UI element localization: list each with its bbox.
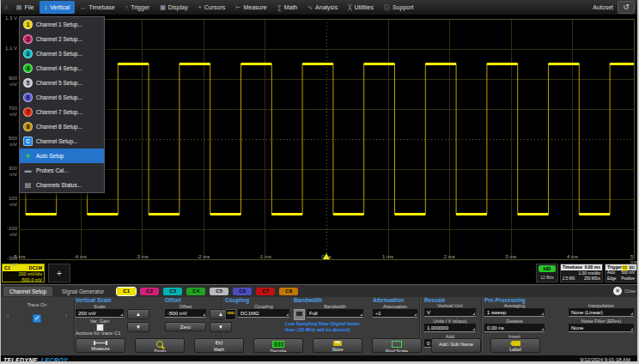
attenuation-field[interactable]: ÷1 bbox=[373, 309, 417, 318]
x-axis-label: 2 ms bbox=[444, 254, 455, 259]
dropdown-item-channel-1-setup[interactable]: 1Channel 1 Setup... bbox=[20, 17, 104, 32]
trigger-slope: Positive bbox=[621, 276, 635, 282]
dropdown-item-channel-5-setup[interactable]: 5Channel 5 Setup... bbox=[20, 76, 104, 90]
dropdown-item-channel-6-setup[interactable]: 6Channel 6 Setup... bbox=[20, 90, 104, 105]
rescale-header: Rescale bbox=[424, 297, 478, 303]
deskew-field[interactable]: 0.00 ns bbox=[484, 324, 545, 332]
trace-on-label: Trace On bbox=[0, 302, 74, 307]
action-button-label[interactable]: Label bbox=[490, 338, 540, 353]
action-button-math[interactable]: f(x)Math bbox=[194, 338, 244, 353]
channel-badge-6: 6 bbox=[23, 93, 33, 102]
menu-utilities[interactable]: ╳Utilities bbox=[343, 1, 379, 14]
trace-on-checkbox[interactable] bbox=[33, 314, 41, 323]
channel-button-c1[interactable]: C1 bbox=[117, 288, 136, 295]
dropdown-item-label: Channel 3 Setup... bbox=[36, 51, 82, 57]
display-icon: ▦ bbox=[160, 4, 166, 10]
menu-cursors[interactable]: +Cursors bbox=[193, 1, 231, 14]
dropdown-item-channel-2-setup[interactable]: 2Channel 2 Setup... bbox=[20, 32, 104, 46]
scale-up-button[interactable]: ▲ bbox=[127, 309, 149, 319]
attenuation-header: Attenuation bbox=[373, 297, 419, 303]
channel-button-c8[interactable]: C8 bbox=[279, 288, 298, 295]
timebase-header: Timebase 0.00 ms bbox=[561, 264, 602, 270]
dropdown-item-channel-setup[interactable]: CChannel Setup... bbox=[20, 134, 104, 149]
undo-autoset-button[interactable]: ↺ bbox=[618, 1, 635, 14]
dropdown-item-channel-4-setup[interactable]: 4Channel 4 Setup... bbox=[20, 61, 104, 76]
action-button-add-edit-name[interactable]: Add / Edit Name bbox=[431, 338, 481, 353]
field-corner-icon bbox=[541, 328, 544, 331]
menu-item-label: Trigger bbox=[131, 4, 149, 10]
dropdown-item-channel-7-setup[interactable]: 7Channel 7 Setup... bbox=[20, 105, 104, 119]
field-corner-icon bbox=[360, 313, 362, 316]
x-axis-label: -4 ms bbox=[74, 254, 87, 259]
offset-down-button[interactable]: ▼ bbox=[210, 322, 232, 332]
vertical-unit-field[interactable]: V bbox=[424, 308, 476, 317]
menu-display[interactable]: ▦Display bbox=[155, 1, 193, 14]
timebase-descriptor[interactable]: Timebase 0.00 ms 1.00 ms/div 2.5 MS 250 … bbox=[560, 264, 603, 282]
channel-button-c3[interactable]: C3 bbox=[163, 288, 182, 295]
close-icon[interactable]: ✕ bbox=[613, 287, 622, 295]
channel-button-c5[interactable]: C5 bbox=[210, 288, 228, 295]
bandwidth-header: Bandwidth bbox=[294, 297, 369, 303]
dropdown-item-label: Channels Status... bbox=[36, 182, 82, 188]
x-axis-label: 1 ms bbox=[382, 254, 393, 259]
field-corner-icon bbox=[203, 313, 205, 316]
menu-math[interactable]: ∑Math bbox=[272, 1, 303, 14]
menu-file[interactable]: ▤File bbox=[11, 1, 40, 14]
channel-badge-2: 2 bbox=[23, 34, 33, 44]
tab-channel-setup[interactable]: Channel Setup bbox=[3, 287, 52, 296]
action-button-measure[interactable]: Measure bbox=[76, 338, 125, 353]
trigger-descriptor[interactable]: Trigger C1 DC Auto 500 mV Edge Positive bbox=[605, 264, 637, 282]
action-button-find-scale[interactable]: Find Scale bbox=[372, 338, 422, 353]
next-trace-arrow[interactable]: › bbox=[65, 312, 67, 318]
action-button-decode[interactable]: Decode bbox=[253, 338, 303, 353]
utilities-icon: ╳ bbox=[348, 4, 351, 10]
action-button-zoom[interactable]: Zoom bbox=[135, 338, 185, 353]
dropdown-item-auto-setup[interactable]: ★Auto Setup bbox=[20, 149, 104, 163]
prev-trace-arrow[interactable]: ‹ bbox=[7, 312, 9, 318]
dropdown-item-channel-8-setup[interactable]: 8Channel 8 Setup... bbox=[20, 119, 104, 134]
averaging-field[interactable]: 1 sweep bbox=[484, 308, 545, 317]
channel-button-c4[interactable]: C4 bbox=[186, 288, 205, 295]
action-button-label: Math bbox=[195, 347, 243, 352]
interpolation-field[interactable]: None (Linear) bbox=[569, 308, 634, 317]
action-button-store[interactable]: Store bbox=[313, 338, 362, 353]
dropdown-item-label: Channel 4 Setup... bbox=[36, 65, 82, 71]
add-trace-button[interactable]: + bbox=[48, 264, 70, 282]
support-icon: ⓘ bbox=[384, 4, 390, 10]
y-axis-label: 100 mV bbox=[0, 196, 17, 208]
autoset-button[interactable]: Autoset bbox=[593, 4, 613, 10]
trigger-type: Edge bbox=[607, 276, 617, 282]
offset-field[interactable]: -500 mV bbox=[165, 309, 206, 318]
decode-icon bbox=[272, 341, 284, 348]
oscilloscope-screen: ⌂ ▤File↕Vertical↔Timebase↑Trigger▦Displa… bbox=[0, 0, 639, 364]
acquisition-mode-box[interactable]: HD 12 Bits bbox=[536, 264, 558, 282]
dropdown-item-probes-cal[interactable]: ▬Probes Cal... bbox=[20, 163, 104, 178]
dropdown-item-label: Auto Setup bbox=[36, 153, 64, 159]
menu-support[interactable]: ⓘSupport bbox=[379, 1, 419, 14]
bandwidth-field[interactable]: Full bbox=[307, 309, 363, 318]
scale-down-button[interactable]: ▼ bbox=[127, 322, 149, 332]
probe-icon: ▬ bbox=[23, 167, 33, 174]
noise-filter-field[interactable]: None bbox=[569, 324, 634, 332]
menu-measure[interactable]: ⊢Measure bbox=[230, 1, 271, 14]
menu-trigger[interactable]: ↑Trigger bbox=[120, 1, 155, 14]
channel-badge-8: 8 bbox=[23, 122, 33, 131]
channel-badge-4: 4 bbox=[23, 64, 33, 73]
channel-button-c2[interactable]: C2 bbox=[140, 288, 159, 295]
menu-vertical[interactable]: ↕Vertical bbox=[40, 1, 75, 14]
dropdown-item-channels-status[interactable]: ▤Channels Status... bbox=[20, 178, 104, 192]
slope-field[interactable]: 1.000000 bbox=[424, 324, 476, 332]
field-corner-icon bbox=[120, 313, 123, 316]
menu-timebase[interactable]: ↔Timebase bbox=[75, 1, 119, 14]
coupling-field[interactable]: DC1MΩ bbox=[238, 309, 289, 318]
dropdown-item-channel-3-setup[interactable]: 3Channel 3 Setup... bbox=[20, 46, 104, 61]
menu-item-label: Math bbox=[284, 4, 298, 10]
channel-button-c6[interactable]: C6 bbox=[233, 288, 252, 295]
menubar: ⌂ ▤File↕Vertical↔Timebase↑Trigger▦Displa… bbox=[0, 0, 639, 15]
menu-analysis[interactable]: ∿Analysis bbox=[302, 1, 343, 14]
hd-badge: HD bbox=[539, 265, 556, 272]
tab-signal-generator[interactable]: Signal Generator bbox=[56, 287, 110, 296]
scale-field[interactable]: 200 mV bbox=[76, 309, 124, 318]
zero-offset-button[interactable]: Zero bbox=[165, 322, 206, 331]
channel-button-c7[interactable]: C7 bbox=[256, 288, 275, 295]
